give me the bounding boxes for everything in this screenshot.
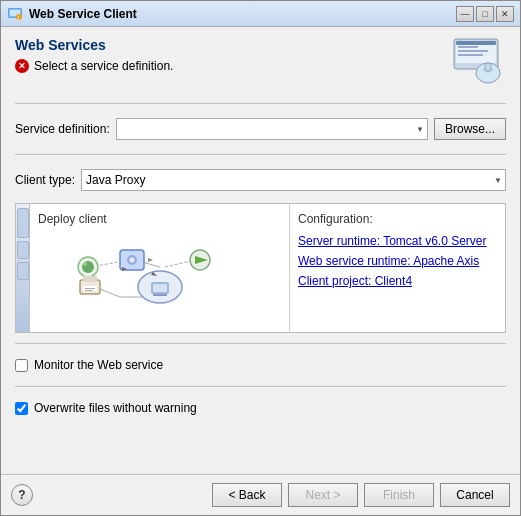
back-button[interactable]: < Back xyxy=(212,483,282,507)
service-definition-wrapper: ▼ xyxy=(116,118,428,140)
panel-tab-2 xyxy=(17,241,29,259)
error-icon: ✕ xyxy=(15,59,29,73)
main-content: Web Services ✕ Select a service definiti… xyxy=(1,27,520,474)
monitor-checkbox[interactable] xyxy=(15,359,28,372)
configuration-label: Configuration: xyxy=(298,212,497,226)
browse-button[interactable]: Browse... xyxy=(434,118,506,140)
window-icon: ! xyxy=(7,6,23,22)
next-button[interactable]: Next > xyxy=(288,483,358,507)
svg-rect-10 xyxy=(458,54,483,56)
client-type-row: Client type: Java Proxy JavaScript Proxy… xyxy=(15,169,506,191)
footer-left: ? xyxy=(11,484,33,506)
svg-rect-35 xyxy=(85,288,95,289)
service-definition-label: Service definition: xyxy=(15,122,110,136)
divider-3 xyxy=(15,343,506,344)
deploy-section: Deploy client xyxy=(15,203,506,333)
svg-rect-30 xyxy=(153,284,167,292)
svg-marker-25 xyxy=(148,258,153,262)
monitor-label: Monitor the Web service xyxy=(34,358,163,372)
cancel-button[interactable]: Cancel xyxy=(440,483,510,507)
svg-rect-9 xyxy=(458,50,488,52)
header-left: Web Services ✕ Select a service definiti… xyxy=(15,37,173,73)
client-type-label: Client type: xyxy=(15,173,75,187)
server-runtime-link[interactable]: Server runtime: Tomcat v6.0 Server xyxy=(298,234,497,248)
finish-button[interactable]: Finish xyxy=(364,483,434,507)
close-button[interactable]: ✕ xyxy=(496,6,514,22)
web-services-icon xyxy=(446,37,506,87)
title-bar: ! Web Service Client — □ ✕ xyxy=(1,1,520,27)
svg-rect-7 xyxy=(456,41,496,45)
deploy-label: Deploy client xyxy=(38,212,281,226)
footer-right: < Back Next > Finish Cancel xyxy=(212,483,510,507)
svg-rect-36 xyxy=(85,290,93,291)
help-button[interactable]: ? xyxy=(11,484,33,506)
svg-rect-31 xyxy=(153,294,167,296)
divider-2 xyxy=(15,154,506,155)
web-service-runtime-link[interactable]: Web service runtime: Apache Axis xyxy=(298,254,497,268)
monitor-row: Monitor the Web service xyxy=(15,358,506,372)
divider-1 xyxy=(15,103,506,104)
svg-rect-8 xyxy=(458,46,478,48)
deploy-diagram-area: Deploy client xyxy=(30,204,290,332)
configuration-section: Configuration: Server runtime: Tomcat v6… xyxy=(290,204,505,332)
svg-point-21 xyxy=(83,262,87,266)
maximize-button[interactable]: □ xyxy=(476,6,494,22)
error-message: Select a service definition. xyxy=(34,59,173,73)
page-title: Web Services xyxy=(15,37,173,53)
overwrite-label: Overwrite files without warning xyxy=(34,401,197,415)
service-definition-input[interactable] xyxy=(116,118,428,140)
svg-rect-33 xyxy=(83,276,97,282)
panel-tab-1 xyxy=(17,208,29,238)
client-type-select[interactable]: Java Proxy JavaScript Proxy Generic Serv… xyxy=(81,169,506,191)
deploy-left-panel xyxy=(16,204,30,332)
window-title: Web Service Client xyxy=(29,7,450,21)
client-type-wrapper: Java Proxy JavaScript Proxy Generic Serv… xyxy=(81,169,506,191)
error-row: ✕ Select a service definition. xyxy=(15,59,173,73)
divider-4 xyxy=(15,386,506,387)
svg-point-24 xyxy=(129,258,134,263)
deploy-diagram xyxy=(38,230,281,324)
panel-tab-3 xyxy=(17,262,29,280)
minimize-button[interactable]: — xyxy=(456,6,474,22)
window: ! Web Service Client — □ ✕ Web Services … xyxy=(0,0,521,516)
overwrite-row: Overwrite files without warning xyxy=(15,401,506,415)
title-bar-controls: — □ ✕ xyxy=(456,6,514,22)
service-definition-row: Service definition: ▼ Browse... xyxy=(15,118,506,140)
client-project-link[interactable]: Client project: Client4 xyxy=(298,274,497,288)
footer-bar: ? < Back Next > Finish Cancel xyxy=(1,474,520,515)
svg-rect-12 xyxy=(485,63,491,71)
overwrite-checkbox[interactable] xyxy=(15,402,28,415)
header-section: Web Services ✕ Select a service definiti… xyxy=(15,37,506,87)
